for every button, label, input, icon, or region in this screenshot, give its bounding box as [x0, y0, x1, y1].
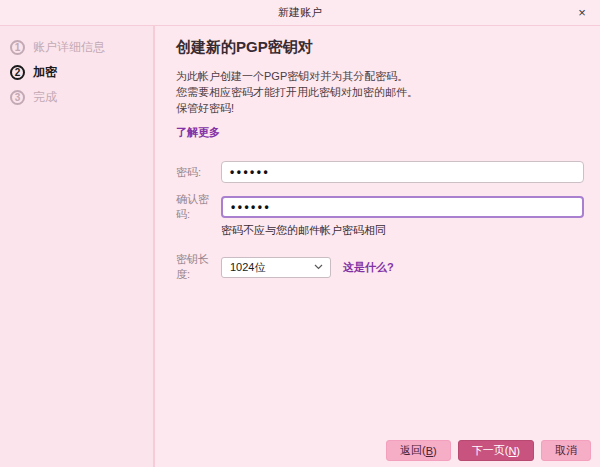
step-number-badge: 2	[10, 65, 25, 80]
pgp-key-form: 密码: 确认密码: 密码不应与您的邮件帐户密码相同 密钥长度: 1024位	[176, 161, 584, 282]
description-line: 您需要相应密码才能打开用此密钥对加密的邮件。	[176, 84, 584, 100]
learn-more-link[interactable]: 了解更多	[176, 125, 220, 140]
close-icon[interactable]: ×	[573, 0, 591, 25]
encryption-step-panel: 创建新的PGP密钥对 为此帐户创建一个PGP密钥对并为其分配密码。 您需要相应密…	[155, 26, 600, 467]
key-length-row: 密钥长度: 1024位 这是什么?	[176, 252, 584, 282]
back-button-label-end: )	[433, 445, 437, 457]
wizard-steps-sidebar: 1 账户详细信息 2 加密 3 完成	[0, 26, 155, 467]
step-finish: 3 完成	[10, 85, 153, 110]
what-is-this-link[interactable]: 这是什么?	[343, 260, 394, 275]
footer-buttons: 返回(B) 下一页(N) 取消	[386, 440, 591, 461]
password-label: 密码:	[176, 165, 221, 180]
next-button[interactable]: 下一页(N)	[458, 440, 534, 461]
next-button-label-end: )	[516, 445, 520, 457]
key-length-select[interactable]: 1024位	[221, 257, 331, 278]
step-number-badge: 1	[10, 40, 25, 55]
description-text: 为此帐户创建一个PGP密钥对并为其分配密码。 您需要相应密码才能打开用此密钥对加…	[176, 68, 584, 116]
back-button[interactable]: 返回(B)	[386, 440, 451, 461]
back-button-label: 返回(	[400, 443, 426, 458]
dialog-titlebar: 新建账户 ×	[0, 0, 600, 26]
confirm-password-field[interactable]	[221, 196, 584, 218]
dialog-title: 新建账户	[278, 5, 322, 20]
new-account-dialog: 新建账户 × 1 账户详细信息 2 加密 3 完成 创建新的PGP密钥对 为此帐…	[0, 0, 600, 467]
password-row: 密码:	[176, 161, 584, 183]
description-line: 保管好密码!	[176, 100, 584, 116]
password-field[interactable]	[221, 161, 584, 183]
password-hint: 密码不应与您的邮件帐户密码相同	[221, 223, 584, 238]
step-label: 加密	[33, 64, 57, 81]
cancel-button[interactable]: 取消	[541, 440, 591, 461]
back-access-key: B	[426, 445, 433, 457]
key-length-label: 密钥长度:	[176, 252, 221, 282]
next-access-key: N	[508, 445, 516, 457]
description-line: 为此帐户创建一个PGP密钥对并为其分配密码。	[176, 68, 584, 84]
step-encryption: 2 加密	[10, 60, 153, 85]
key-length-selected-value: 1024位	[230, 260, 314, 275]
dialog-content: 1 账户详细信息 2 加密 3 完成 创建新的PGP密钥对 为此帐户创建一个PG…	[0, 26, 600, 467]
chevron-down-icon	[314, 264, 323, 270]
step-number-badge: 3	[10, 90, 25, 105]
step-label: 完成	[33, 89, 57, 106]
page-title: 创建新的PGP密钥对	[176, 38, 584, 57]
step-label: 账户详细信息	[33, 39, 105, 56]
confirm-password-label: 确认密码:	[176, 192, 221, 222]
step-account-details: 1 账户详细信息	[10, 35, 153, 60]
next-button-label: 下一页(	[472, 443, 509, 458]
confirm-password-row: 确认密码:	[176, 192, 584, 222]
